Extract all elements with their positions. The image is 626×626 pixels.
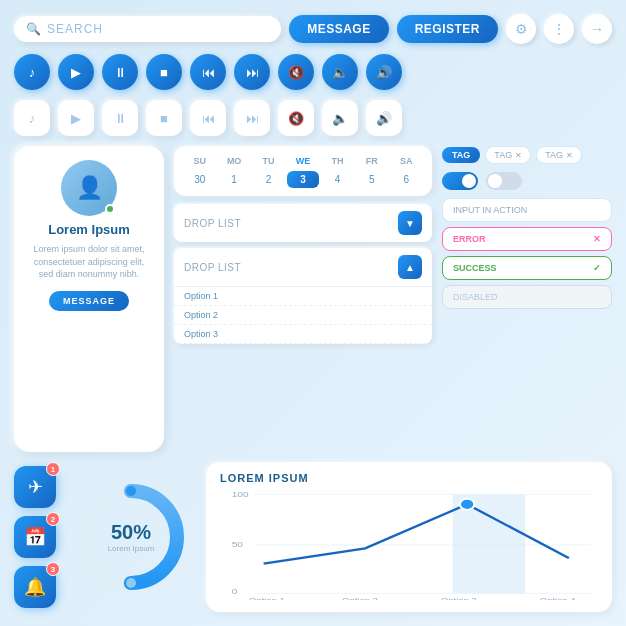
media-stop-btn[interactable]: ■ [146, 54, 182, 90]
cal-wed: WE [287, 154, 318, 168]
media-vol-high-outline-btn[interactable]: 🔊 [366, 100, 402, 136]
stop-outline-icon: ■ [160, 111, 168, 126]
play-outline-icon: ▶ [71, 111, 81, 126]
media-vol-low-btn[interactable]: 🔈 [322, 54, 358, 90]
notif-send[interactable]: ✈ 1 [14, 466, 56, 508]
settings-button[interactable]: ⚙ [506, 14, 536, 44]
tag-filled[interactable]: TAG [442, 147, 480, 163]
tag-outlined-1-close[interactable]: ✕ [515, 151, 522, 160]
top-bar: 🔍 SEARCH MESSAGE REGISTER ⚙ ⋮ → [14, 14, 612, 44]
search-box[interactable]: 🔍 SEARCH [14, 16, 281, 42]
profile-message-button[interactable]: MESSAGE [49, 291, 129, 311]
media-mute-btn[interactable]: 🔇 [278, 54, 314, 90]
input-normal[interactable]: INPUT IN ACTION [442, 198, 612, 222]
center-panel: SU MO TU WE TH FR SA 30 1 2 3 4 5 6 [174, 146, 432, 452]
cal-sun: SU [184, 154, 215, 168]
input-error-label: ERROR [453, 234, 486, 244]
music-icon: ♪ [29, 65, 36, 80]
media-play-btn[interactable]: ▶ [58, 54, 94, 90]
profile-description: Lorem ipsum dolor sit amet, consectetuer… [28, 243, 150, 281]
notification-icons: ✈ 1 📅 2 🔔 3 [14, 462, 56, 612]
media-prev-btn[interactable]: ⏮ [190, 54, 226, 90]
prev-outline-icon: ⏮ [202, 111, 215, 126]
vol-high-outline-icon: 🔊 [376, 111, 392, 126]
toggle-off[interactable] [486, 172, 522, 190]
message-button[interactable]: MESSAGE [289, 15, 389, 43]
input-disabled: DISABLED [442, 285, 612, 309]
music-outline-icon: ♪ [29, 111, 36, 126]
logout-button[interactable]: → [582, 14, 612, 44]
tag-outlined-2-close[interactable]: ✕ [566, 151, 573, 160]
cal-day-6[interactable]: 6 [391, 171, 422, 188]
media-vol-high-btn[interactable]: 🔊 [366, 54, 402, 90]
profile-name: Lorem Ipsum [48, 222, 130, 237]
dropdown-option-2[interactable]: Option 2 [174, 306, 432, 325]
toggle-row [442, 172, 612, 190]
donut-chart-wrap: 50% Lorem Ipsum [66, 462, 196, 612]
dropdown-open-header[interactable]: DROP LIST ▲ [174, 248, 432, 286]
dropdown-closed[interactable]: DROP LIST ▼ [174, 204, 432, 242]
svg-text:100: 100 [232, 490, 249, 498]
input-error[interactable]: ERROR ✕ [442, 227, 612, 251]
cal-sat: SA [391, 154, 422, 168]
notif-calendar[interactable]: 📅 2 [14, 516, 56, 558]
middle-section: 👤 Lorem Ipsum Lorem ipsum dolor sit amet… [14, 146, 612, 452]
media-music-btn[interactable]: ♪ [14, 54, 50, 90]
cal-day-5[interactable]: 5 [356, 171, 387, 188]
cal-day-1[interactable]: 1 [218, 171, 249, 188]
avatar-wrap: 👤 [61, 160, 117, 216]
svg-text:Option 1: Option 1 [249, 596, 285, 600]
media-pause-outline-btn[interactable]: ⏸ [102, 100, 138, 136]
chart-svg: 100 50 0 Option 1 Option 2 Option 3 [220, 490, 598, 600]
vol-low-icon: 🔈 [332, 65, 348, 80]
dropdown-option-1[interactable]: Option 1 [174, 287, 432, 306]
bell-icon: 🔔 [24, 576, 46, 598]
cal-day-4[interactable]: 4 [322, 171, 353, 188]
dropdown-options: Option 1 Option 2 Option 3 [174, 286, 432, 344]
next-icon: ⏭ [246, 65, 259, 80]
tags-row: TAG TAG ✕ TAG ✕ [442, 146, 612, 164]
profile-card: 👤 Lorem Ipsum Lorem ipsum dolor sit amet… [14, 146, 164, 452]
notif-calendar-badge: 2 [46, 512, 60, 526]
tag-outlined-2[interactable]: TAG ✕ [536, 146, 582, 164]
media-next-btn[interactable]: ⏭ [234, 54, 270, 90]
svg-text:50: 50 [232, 540, 243, 549]
media-play-outline-btn[interactable]: ▶ [58, 100, 94, 136]
app-container: 🔍 SEARCH MESSAGE REGISTER ⚙ ⋮ → ♪ ▶ ⏸ ■ … [0, 0, 626, 626]
media-music-outline-btn[interactable]: ♪ [14, 100, 50, 136]
next-outline-icon: ⏭ [246, 111, 259, 126]
notif-send-badge: 1 [46, 462, 60, 476]
cal-day-2[interactable]: 2 [253, 171, 284, 188]
svg-point-11 [460, 499, 475, 510]
pause-outline-icon: ⏸ [114, 111, 127, 126]
media-stop-outline-btn[interactable]: ■ [146, 100, 182, 136]
media-pause-btn[interactable]: ⏸ [102, 54, 138, 90]
donut-label: 50% Lorem Ipsum [108, 521, 155, 553]
gear-icon: ⚙ [515, 21, 528, 37]
cal-day-30[interactable]: 30 [184, 171, 215, 188]
vol-low-outline-icon: 🔈 [332, 111, 348, 126]
input-disabled-label: DISABLED [453, 292, 498, 302]
dropdown-option-3[interactable]: Option 3 [174, 325, 432, 344]
more-button[interactable]: ⋮ [544, 14, 574, 44]
tag-outlined-1[interactable]: TAG ✕ [485, 146, 531, 164]
svg-text:0: 0 [232, 588, 238, 597]
cal-thu: TH [322, 154, 353, 168]
notif-bell[interactable]: 🔔 3 [14, 566, 56, 608]
input-normal-label: INPUT IN ACTION [453, 205, 527, 215]
input-success[interactable]: SUCCESS ✓ [442, 256, 612, 280]
cal-day-3[interactable]: 3 [287, 171, 318, 188]
error-x-icon: ✕ [593, 234, 601, 244]
register-button[interactable]: REGISTER [397, 15, 498, 43]
media-mute-outline-btn[interactable]: 🔇 [278, 100, 314, 136]
media-row-filled: ♪ ▶ ⏸ ■ ⏮ ⏭ 🔇 🔈 🔊 [14, 54, 612, 90]
chart-wrap: LOREM IPSUM 100 50 0 Option 1 [206, 462, 612, 612]
stop-icon: ■ [160, 65, 168, 80]
dropdown-closed-label: DROP LIST [184, 218, 241, 229]
svg-text:Option 4: Option 4 [540, 596, 576, 600]
toggle-on[interactable] [442, 172, 478, 190]
donut-percent: 50% [108, 521, 155, 544]
media-prev-outline-btn[interactable]: ⏮ [190, 100, 226, 136]
media-next-outline-btn[interactable]: ⏭ [234, 100, 270, 136]
media-vol-low-outline-btn[interactable]: 🔈 [322, 100, 358, 136]
